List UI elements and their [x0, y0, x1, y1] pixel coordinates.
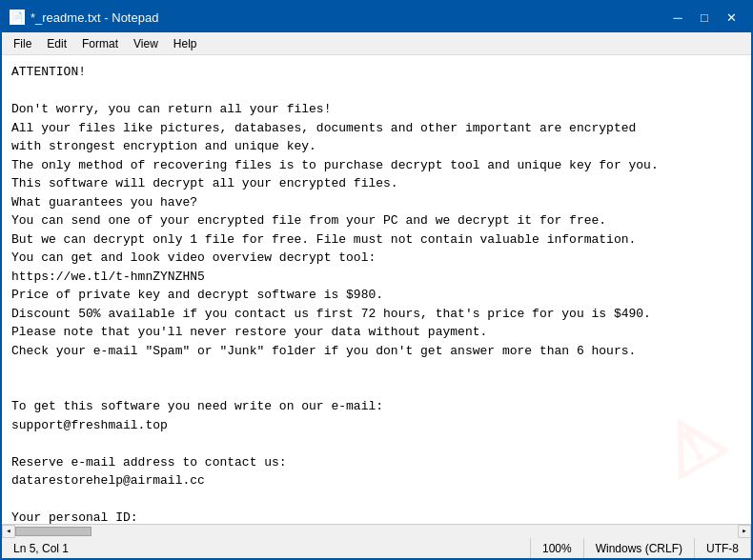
status-line-ending: Windows (CRLF): [584, 538, 695, 558]
title-bar-left: 📄 *_readme.txt - Notepad: [10, 10, 158, 25]
scroll-right-button[interactable]: ▸: [738, 525, 751, 538]
menu-format[interactable]: Format: [74, 35, 126, 52]
line-ending: Windows (CRLF): [596, 542, 682, 555]
zoom-level: 100%: [542, 542, 572, 555]
horizontal-scrollbar[interactable]: ◂ ▸: [2, 524, 751, 537]
scroll-track[interactable]: [15, 525, 738, 538]
scroll-left-button[interactable]: ◂: [2, 525, 15, 538]
status-encoding: UTF-8: [695, 538, 751, 558]
menu-bar: File Edit Format View Help: [2, 32, 751, 55]
title-bar: 📄 *_readme.txt - Notepad ─ □ ✕: [2, 2, 751, 32]
notepad-icon: 📄: [10, 10, 25, 25]
scroll-thumb[interactable]: [15, 527, 92, 536]
encoding: UTF-8: [706, 542, 739, 555]
menu-view[interactable]: View: [126, 35, 166, 52]
menu-help[interactable]: Help: [166, 35, 205, 52]
status-zoom: 100%: [531, 538, 584, 558]
status-position: Ln 5, Col 1: [2, 538, 531, 558]
cursor-position: Ln 5, Col 1: [13, 542, 69, 555]
close-button[interactable]: ✕: [719, 7, 743, 28]
status-bar: Ln 5, Col 1 100% Windows (CRLF) UTF-8: [2, 537, 751, 558]
title-bar-controls: ─ □ ✕: [665, 7, 743, 28]
menu-edit[interactable]: Edit: [39, 35, 74, 52]
window-title: *_readme.txt - Notepad: [31, 10, 158, 25]
notepad-window: 📄 *_readme.txt - Notepad ─ □ ✕ File Edit…: [0, 0, 753, 560]
editor-container: ⚠: [2, 55, 751, 524]
text-editor[interactable]: [2, 55, 751, 524]
minimize-button[interactable]: ─: [665, 7, 690, 28]
maximize-button[interactable]: □: [692, 7, 717, 28]
menu-file[interactable]: File: [6, 35, 39, 52]
